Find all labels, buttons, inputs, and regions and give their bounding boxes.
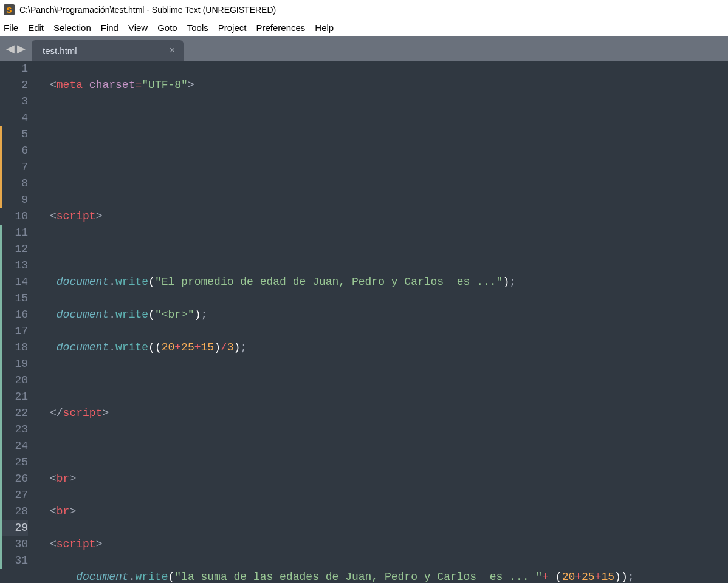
line-number: 13 bbox=[0, 257, 28, 274]
menu-bar: File Edit Selection Find View Goto Tools… bbox=[0, 19, 728, 36]
line-number: 18 bbox=[0, 339, 28, 356]
nav-back-icon[interactable]: ◀ bbox=[6, 42, 15, 55]
line-number: 25 bbox=[0, 454, 28, 471]
line-number: 23 bbox=[0, 421, 28, 438]
line-number: 21 bbox=[0, 389, 28, 405]
app-icon: S bbox=[4, 4, 15, 15]
code-line: document.write((20+25+15)/3); bbox=[50, 339, 728, 356]
menu-find[interactable]: Find bbox=[101, 22, 118, 33]
line-number: 1 bbox=[0, 61, 28, 77]
menu-help[interactable]: Help bbox=[315, 22, 334, 33]
menu-goto[interactable]: Goto bbox=[157, 22, 177, 33]
menu-file[interactable]: File bbox=[4, 22, 18, 33]
line-number: 7 bbox=[0, 159, 28, 176]
code-line: document.write("la suma de las edades de… bbox=[50, 569, 728, 583]
line-number: 31 bbox=[0, 553, 28, 569]
line-number: 28 bbox=[0, 503, 28, 520]
line-number: 10 bbox=[0, 208, 28, 225]
code-line: document.write("<br>"); bbox=[50, 307, 728, 323]
code-line: <br> bbox=[50, 503, 728, 520]
line-number: 27 bbox=[0, 487, 28, 503]
line-number: 14 bbox=[0, 274, 28, 290]
code-area[interactable]: <meta charset="UTF-8"> <script> document… bbox=[36, 61, 728, 583]
menu-tools[interactable]: Tools bbox=[187, 22, 208, 33]
line-number: 9 bbox=[0, 192, 28, 208]
line-number: 17 bbox=[0, 323, 28, 339]
code-line: <script> bbox=[50, 536, 728, 553]
modification-bar bbox=[0, 61, 2, 583]
line-number: 24 bbox=[0, 438, 28, 454]
line-number: 15 bbox=[0, 290, 28, 307]
line-number: 5 bbox=[0, 126, 28, 143]
menu-edit[interactable]: Edit bbox=[28, 22, 44, 33]
line-number: 30 bbox=[0, 536, 28, 553]
code-line bbox=[50, 241, 728, 257]
code-line: <script> bbox=[50, 208, 728, 225]
line-number: 6 bbox=[0, 143, 28, 159]
tab-test-html[interactable]: test.html × bbox=[32, 40, 184, 61]
code-line bbox=[50, 143, 728, 159]
line-number: 8 bbox=[0, 176, 28, 192]
mod-segment bbox=[0, 225, 2, 569]
window-title: C:\Panch\Programación\test.html - Sublim… bbox=[19, 5, 276, 15]
mod-segment bbox=[0, 126, 2, 208]
line-number-gutter: 1 2 3 4 5 6 7 8 9 10 11 12 13 14 15 16 1… bbox=[0, 61, 36, 583]
line-number: 11 bbox=[0, 225, 28, 241]
code-line: </script> bbox=[50, 405, 728, 421]
menu-project[interactable]: Project bbox=[218, 22, 247, 33]
line-number: 19 bbox=[0, 356, 28, 372]
code-line: <meta charset="UTF-8"> bbox=[50, 77, 728, 94]
code-line bbox=[50, 372, 728, 389]
code-line: document.write("El promedio de edad de J… bbox=[50, 274, 728, 290]
code-line bbox=[50, 110, 728, 126]
line-number: 26 bbox=[0, 471, 28, 487]
tab-label: test.html bbox=[43, 46, 77, 56]
line-number: 22 bbox=[0, 405, 28, 421]
code-editor[interactable]: 1 2 3 4 5 6 7 8 9 10 11 12 13 14 15 16 1… bbox=[0, 61, 728, 583]
menu-view[interactable]: View bbox=[128, 22, 148, 33]
window-titlebar: S C:\Panch\Programación\test.html - Subl… bbox=[0, 0, 728, 19]
code-line bbox=[50, 176, 728, 192]
menu-preferences[interactable]: Preferences bbox=[256, 22, 305, 33]
code-line bbox=[50, 438, 728, 454]
close-icon[interactable]: × bbox=[170, 45, 175, 56]
line-number: 2 bbox=[0, 77, 28, 94]
line-number: 4 bbox=[0, 110, 28, 126]
nav-forward-icon[interactable]: ▶ bbox=[17, 42, 26, 55]
line-number: 3 bbox=[0, 94, 28, 110]
line-number: 20 bbox=[0, 372, 28, 389]
line-number: 16 bbox=[0, 307, 28, 323]
line-number: 12 bbox=[0, 241, 28, 257]
tab-bar: ◀ ▶ test.html × bbox=[0, 36, 728, 61]
line-number: 29 bbox=[0, 520, 28, 536]
menu-selection[interactable]: Selection bbox=[53, 22, 91, 33]
code-line: <br> bbox=[50, 471, 728, 487]
